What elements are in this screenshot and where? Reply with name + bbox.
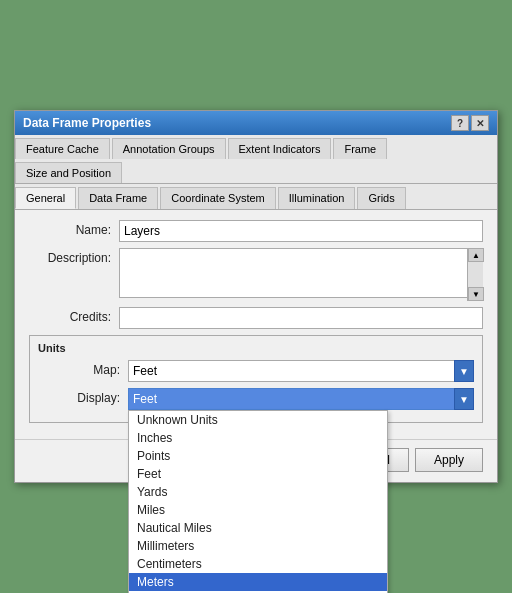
top-tab-row: Feature Cache Annotation Groups Extent I… [15, 135, 497, 184]
dialog-title: Data Frame Properties [23, 116, 151, 130]
tab-annotation-groups[interactable]: Annotation Groups [112, 138, 226, 159]
dialog-body: Name: Description: ▲ ▼ Credits: Units [15, 210, 497, 439]
dropdown-item-nautical-miles[interactable]: Nautical Miles [129, 519, 387, 537]
display-selected-value[interactable]: Feet ▼ [128, 388, 474, 410]
description-row: Description: ▲ ▼ [29, 248, 483, 301]
display-units-row: Display: Feet ▼ Unknown Units Inches Poi… [38, 388, 474, 410]
map-units-row: Map: Feet ▼ [38, 360, 474, 382]
dropdown-item-points[interactable]: Points [129, 447, 387, 465]
map-select-wrap: Feet ▼ [128, 360, 474, 382]
close-button[interactable]: ✕ [471, 115, 489, 131]
tab-illumination[interactable]: Illumination [278, 187, 356, 209]
dropdown-item-inches[interactable]: Inches [129, 429, 387, 447]
description-scrollbar[interactable]: ▲ ▼ [467, 248, 483, 301]
dropdown-item-yards[interactable]: Yards [129, 483, 387, 501]
tab-frame[interactable]: Frame [333, 138, 387, 159]
tab-extent-indicators[interactable]: Extent Indicators [228, 138, 332, 159]
tab-general[interactable]: General [15, 187, 76, 209]
credits-row: Credits: [29, 307, 483, 329]
credits-input[interactable] [119, 307, 483, 329]
tab-size-position[interactable]: Size and Position [15, 162, 122, 183]
map-select[interactable]: Feet [128, 360, 474, 382]
map-label: Map: [38, 360, 128, 377]
tab-coordinate-system[interactable]: Coordinate System [160, 187, 276, 209]
dropdown-item-meters[interactable]: Meters [129, 573, 387, 591]
display-dropdown-list: Unknown Units Inches Points Feet Yards M… [128, 410, 388, 593]
tab-feature-cache[interactable]: Feature Cache [15, 138, 110, 159]
name-input[interactable] [119, 220, 483, 242]
units-legend: Units [38, 342, 474, 354]
tab-data-frame[interactable]: Data Frame [78, 187, 158, 209]
scroll-up-arrow[interactable]: ▲ [468, 248, 484, 262]
display-select-wrap: Feet ▼ Unknown Units Inches Points Feet … [128, 388, 474, 410]
name-row: Name: [29, 220, 483, 242]
apply-button[interactable]: Apply [415, 448, 483, 472]
units-group: Units Map: Feet ▼ Display: Feet ▼ [29, 335, 483, 423]
dropdown-item-miles[interactable]: Miles [129, 501, 387, 519]
dialog-window: Data Frame Properties ? ✕ Feature Cache … [14, 110, 498, 483]
title-bar-buttons: ? ✕ [451, 115, 489, 131]
scroll-down-arrow[interactable]: ▼ [468, 287, 484, 301]
credits-label: Credits: [29, 307, 119, 324]
display-label: Display: [38, 388, 128, 405]
dropdown-item-unknown-units[interactable]: Unknown Units [129, 411, 387, 429]
dropdown-item-centimeters[interactable]: Centimeters [129, 555, 387, 573]
dropdown-item-feet[interactable]: Feet [129, 465, 387, 483]
dropdown-item-millimeters[interactable]: Millimeters [129, 537, 387, 555]
name-label: Name: [29, 220, 119, 237]
bottom-tab-row: General Data Frame Coordinate System Ill… [15, 184, 497, 210]
description-label: Description: [29, 248, 119, 265]
help-button[interactable]: ? [451, 115, 469, 131]
title-bar: Data Frame Properties ? ✕ [15, 111, 497, 135]
tab-grids[interactable]: Grids [357, 187, 405, 209]
description-wrap: ▲ ▼ [119, 248, 483, 301]
description-textarea[interactable] [119, 248, 483, 298]
